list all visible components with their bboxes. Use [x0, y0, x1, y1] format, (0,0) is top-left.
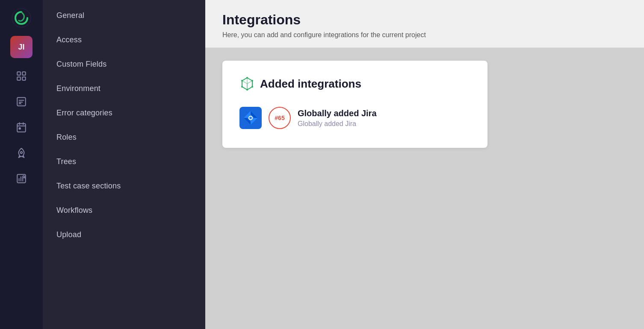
jira-logo-icon [239, 107, 262, 129]
svg-point-24 [241, 86, 243, 88]
svg-point-13 [21, 152, 22, 153]
integration-subtitle: Globally added Jira [298, 120, 377, 128]
integration-item[interactable]: #65 Globally added Jira Globally added J… [239, 103, 470, 132]
page-title: Integrations [222, 12, 627, 28]
card-title: Added integrations [260, 77, 361, 91]
sidebar-item-upload[interactable]: Upload [43, 223, 205, 247]
integration-info: Globally added Jira Globally added Jira [298, 109, 377, 128]
svg-rect-3 [17, 77, 21, 80]
main-header: Integrations Here, you can add and confi… [205, 0, 644, 48]
sidebar-item-roles[interactable]: Roles [43, 125, 205, 150]
svg-point-25 [241, 80, 243, 82]
integration-name: Globally added Jira [298, 109, 377, 118]
svg-point-22 [251, 86, 253, 88]
badge-number: #65 [269, 107, 291, 129]
sidebar: General Access Custom Fields Environment… [43, 0, 205, 329]
sidebar-item-general[interactable]: General [43, 3, 205, 28]
sidebar-item-test-case-sections[interactable]: Test case sections [43, 174, 205, 198]
svg-rect-2 [22, 72, 26, 75]
sidebar-item-environment[interactable]: Environment [43, 76, 205, 101]
grid-icon[interactable] [10, 65, 32, 87]
svg-rect-4 [22, 77, 26, 80]
sidebar-item-custom-fields[interactable]: Custom Fields [43, 52, 205, 76]
svg-rect-12 [19, 128, 21, 129]
rocket-icon[interactable] [10, 142, 32, 164]
svg-point-21 [251, 80, 253, 82]
sidebar-item-access[interactable]: Access [43, 28, 205, 52]
sidebar-item-error-categories[interactable]: Error categories [43, 101, 205, 125]
main-body: Added integrations #65 [205, 48, 644, 329]
calendar-icon[interactable] [10, 116, 32, 138]
main-content: Integrations Here, you can add and confi… [205, 0, 644, 329]
sidebar-item-trees[interactable]: Trees [43, 150, 205, 174]
integration-badge: #65 [269, 107, 291, 129]
svg-line-19 [24, 177, 25, 178]
svg-rect-1 [17, 72, 21, 75]
icon-bar: JI [0, 0, 43, 329]
svg-point-20 [246, 77, 248, 79]
svg-point-23 [246, 89, 248, 91]
integrations-icon [239, 76, 255, 91]
list-code-icon[interactable] [10, 91, 32, 113]
user-avatar[interactable]: JI [10, 36, 32, 58]
page-description: Here, you can add and configure integrat… [222, 31, 627, 39]
svg-rect-8 [17, 123, 26, 132]
sidebar-item-workflows[interactable]: Workflows [43, 198, 205, 223]
card-header: Added integrations [239, 76, 470, 91]
integrations-card: Added integrations #65 [222, 61, 487, 148]
app-logo[interactable] [10, 7, 32, 29]
svg-rect-5 [17, 97, 26, 106]
chart-search-icon[interactable] [10, 167, 32, 190]
svg-point-28 [249, 117, 252, 119]
